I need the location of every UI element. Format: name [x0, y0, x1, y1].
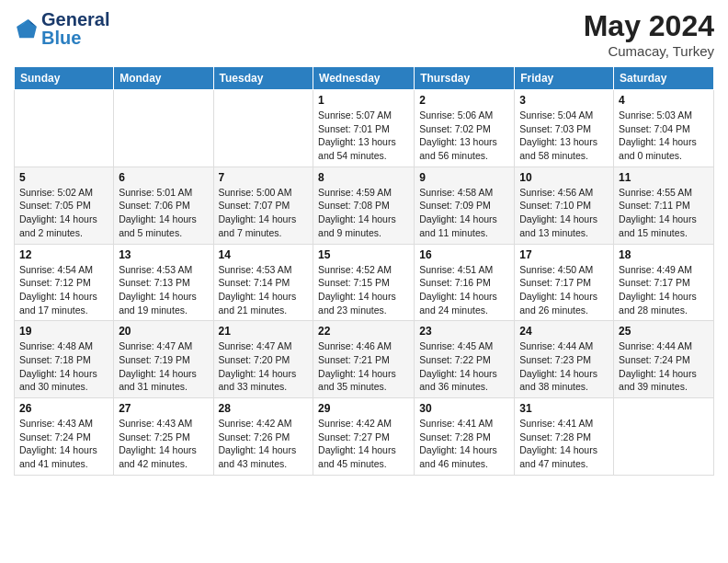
day-number: 5 — [19, 171, 108, 184]
calendar-cell: 13Sunrise: 4:53 AMSunset: 7:13 PMDayligh… — [114, 244, 213, 321]
day-number: 4 — [619, 94, 709, 107]
day-info: Sunrise: 4:53 AMSunset: 7:14 PMDaylight:… — [219, 263, 309, 317]
day-number: 1 — [318, 94, 409, 107]
day-info: Sunrise: 4:55 AMSunset: 7:11 PMDaylight:… — [619, 186, 709, 240]
day-number: 27 — [119, 402, 208, 415]
day-number: 26 — [19, 402, 108, 415]
day-info: Sunrise: 4:43 AMSunset: 7:25 PMDaylight:… — [119, 417, 208, 471]
day-number: 2 — [419, 94, 509, 107]
day-number: 14 — [219, 248, 309, 261]
day-number: 9 — [419, 171, 509, 184]
calendar-cell: 9Sunrise: 4:58 AMSunset: 7:09 PMDaylight… — [415, 167, 515, 244]
day-number: 20 — [119, 325, 208, 338]
calendar-week-row: 19Sunrise: 4:48 AMSunset: 7:18 PMDayligh… — [15, 321, 714, 398]
calendar-cell: 29Sunrise: 4:42 AMSunset: 7:27 PMDayligh… — [313, 398, 415, 476]
calendar-cell: 5Sunrise: 5:02 AMSunset: 7:05 PMDaylight… — [15, 167, 114, 244]
day-number: 28 — [219, 402, 309, 415]
weekday-header: Monday — [114, 67, 213, 90]
day-number: 22 — [318, 325, 409, 338]
day-info: Sunrise: 5:03 AMSunset: 7:04 PMDaylight:… — [619, 109, 709, 163]
day-info: Sunrise: 4:54 AMSunset: 7:12 PMDaylight:… — [19, 263, 108, 317]
day-info: Sunrise: 4:47 AMSunset: 7:20 PMDaylight:… — [219, 339, 309, 394]
weekday-header: Sunday — [15, 67, 114, 90]
day-info: Sunrise: 5:04 AMSunset: 7:03 PMDaylight:… — [519, 109, 609, 163]
calendar-header-row: SundayMondayTuesdayWednesdayThursdayFrid… — [15, 67, 714, 90]
calendar-week-row: 1Sunrise: 5:07 AMSunset: 7:01 PMDaylight… — [15, 90, 714, 167]
day-info: Sunrise: 4:44 AMSunset: 7:24 PMDaylight:… — [619, 339, 709, 394]
logo-icon — [14, 17, 40, 42]
day-info: Sunrise: 4:49 AMSunset: 7:17 PMDaylight:… — [619, 263, 709, 317]
title-block: May 2024 Cumacay, Turkey — [584, 9, 714, 59]
day-info: Sunrise: 4:56 AMSunset: 7:10 PMDaylight:… — [519, 186, 609, 240]
calendar-cell: 11Sunrise: 4:55 AMSunset: 7:11 PMDayligh… — [614, 167, 714, 244]
day-number: 25 — [619, 325, 709, 338]
day-number: 16 — [419, 248, 509, 261]
day-number: 13 — [119, 248, 208, 261]
calendar-cell — [614, 398, 714, 476]
day-number: 11 — [619, 171, 709, 184]
day-info: Sunrise: 4:42 AMSunset: 7:27 PMDaylight:… — [318, 417, 409, 471]
day-number: 31 — [519, 402, 609, 415]
day-info: Sunrise: 4:45 AMSunset: 7:22 PMDaylight:… — [419, 339, 509, 394]
day-number: 29 — [318, 402, 409, 415]
calendar-cell: 21Sunrise: 4:47 AMSunset: 7:20 PMDayligh… — [213, 321, 313, 398]
calendar-cell: 31Sunrise: 4:41 AMSunset: 7:28 PMDayligh… — [515, 398, 614, 476]
calendar-cell: 28Sunrise: 4:42 AMSunset: 7:26 PMDayligh… — [213, 398, 313, 476]
day-info: Sunrise: 4:41 AMSunset: 7:28 PMDaylight:… — [419, 417, 509, 471]
calendar-cell: 3Sunrise: 5:04 AMSunset: 7:03 PMDaylight… — [515, 90, 614, 167]
header: General Blue May 2024 Cumacay, Turkey — [14, 9, 714, 59]
calendar-cell: 18Sunrise: 4:49 AMSunset: 7:17 PMDayligh… — [614, 244, 714, 321]
calendar-body: 1Sunrise: 5:07 AMSunset: 7:01 PMDaylight… — [15, 90, 714, 476]
calendar-cell: 16Sunrise: 4:51 AMSunset: 7:16 PMDayligh… — [415, 244, 515, 321]
day-info: Sunrise: 5:02 AMSunset: 7:05 PMDaylight:… — [19, 186, 108, 240]
calendar-cell: 7Sunrise: 5:00 AMSunset: 7:07 PMDaylight… — [213, 167, 313, 244]
day-info: Sunrise: 5:01 AMSunset: 7:06 PMDaylight:… — [119, 186, 208, 240]
day-number: 18 — [619, 248, 709, 261]
calendar-cell: 4Sunrise: 5:03 AMSunset: 7:04 PMDaylight… — [614, 90, 714, 167]
day-info: Sunrise: 4:53 AMSunset: 7:13 PMDaylight:… — [119, 263, 208, 317]
day-info: Sunrise: 5:06 AMSunset: 7:02 PMDaylight:… — [419, 109, 509, 163]
svg-marker-0 — [17, 19, 37, 38]
calendar-cell: 25Sunrise: 4:44 AMSunset: 7:24 PMDayligh… — [614, 321, 714, 398]
logo: General Blue — [14, 9, 109, 49]
month-title: May 2024 — [584, 9, 714, 43]
day-info: Sunrise: 4:47 AMSunset: 7:19 PMDaylight:… — [119, 339, 208, 394]
day-number: 6 — [119, 171, 208, 184]
day-number: 24 — [519, 325, 609, 338]
calendar-cell: 10Sunrise: 4:56 AMSunset: 7:10 PMDayligh… — [515, 167, 614, 244]
calendar-cell: 2Sunrise: 5:06 AMSunset: 7:02 PMDaylight… — [415, 90, 515, 167]
day-info: Sunrise: 4:43 AMSunset: 7:24 PMDaylight:… — [19, 417, 108, 471]
day-number: 3 — [519, 94, 609, 107]
day-info: Sunrise: 4:51 AMSunset: 7:16 PMDaylight:… — [419, 263, 509, 317]
weekday-header: Thursday — [415, 67, 515, 90]
logo-line2: Blue — [41, 28, 109, 49]
day-info: Sunrise: 4:41 AMSunset: 7:28 PMDaylight:… — [519, 417, 609, 471]
weekday-header: Tuesday — [213, 67, 313, 90]
day-info: Sunrise: 4:44 AMSunset: 7:23 PMDaylight:… — [519, 339, 609, 394]
calendar-table: SundayMondayTuesdayWednesdayThursdayFrid… — [14, 66, 714, 476]
day-number: 8 — [318, 171, 409, 184]
day-info: Sunrise: 4:59 AMSunset: 7:08 PMDaylight:… — [318, 186, 409, 240]
page: General Blue May 2024 Cumacay, Turkey Su… — [0, 0, 728, 563]
day-number: 15 — [318, 248, 409, 261]
day-number: 7 — [219, 171, 309, 184]
calendar-cell: 15Sunrise: 4:52 AMSunset: 7:15 PMDayligh… — [313, 244, 415, 321]
calendar-cell — [114, 90, 213, 167]
calendar-cell: 22Sunrise: 4:46 AMSunset: 7:21 PMDayligh… — [313, 321, 415, 398]
weekday-header: Wednesday — [313, 67, 415, 90]
calendar-cell: 1Sunrise: 5:07 AMSunset: 7:01 PMDaylight… — [313, 90, 415, 167]
calendar-cell — [15, 90, 114, 167]
calendar-cell: 30Sunrise: 4:41 AMSunset: 7:28 PMDayligh… — [415, 398, 515, 476]
calendar-cell: 20Sunrise: 4:47 AMSunset: 7:19 PMDayligh… — [114, 321, 213, 398]
calendar-cell: 26Sunrise: 4:43 AMSunset: 7:24 PMDayligh… — [15, 398, 114, 476]
calendar-cell: 6Sunrise: 5:01 AMSunset: 7:06 PMDaylight… — [114, 167, 213, 244]
day-info: Sunrise: 4:50 AMSunset: 7:17 PMDaylight:… — [519, 263, 609, 317]
calendar-cell: 19Sunrise: 4:48 AMSunset: 7:18 PMDayligh… — [15, 321, 114, 398]
calendar-cell: 8Sunrise: 4:59 AMSunset: 7:08 PMDaylight… — [313, 167, 415, 244]
location: Cumacay, Turkey — [584, 43, 714, 59]
calendar-cell: 17Sunrise: 4:50 AMSunset: 7:17 PMDayligh… — [515, 244, 614, 321]
calendar-week-row: 26Sunrise: 4:43 AMSunset: 7:24 PMDayligh… — [15, 398, 714, 476]
day-number: 19 — [19, 325, 108, 338]
day-number: 30 — [419, 402, 509, 415]
day-number: 23 — [419, 325, 509, 338]
